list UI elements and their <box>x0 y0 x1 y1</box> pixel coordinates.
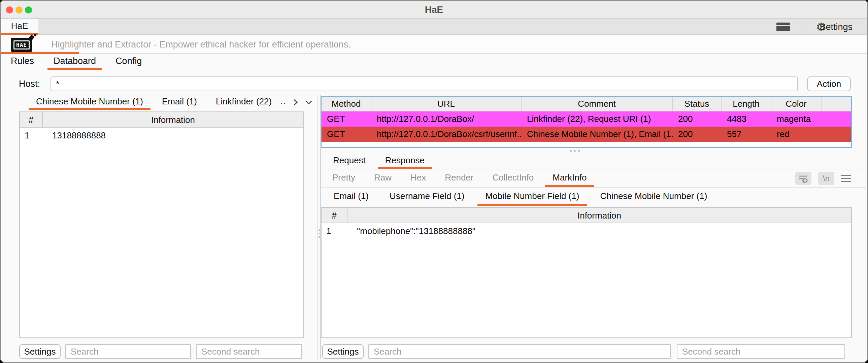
col-header-spacer <box>822 97 851 111</box>
dock-window-icon[interactable] <box>776 23 790 32</box>
col-header-length[interactable]: Length <box>721 97 771 111</box>
editor-menu-icon[interactable] <box>841 175 851 182</box>
tab-render[interactable]: Render <box>437 170 481 187</box>
newline-toggle-icon[interactable]: \n <box>818 172 834 185</box>
vertical-splitter[interactable] <box>317 95 321 359</box>
table-header: # Information <box>321 208 851 223</box>
col-header-url[interactable]: URL <box>371 97 522 111</box>
tab-response[interactable]: Response <box>378 154 432 169</box>
tab-linkfinder[interactable]: Linkfinder (22) <box>209 95 279 110</box>
table-row[interactable]: GET http://127.0.0.1/DoraBox/csrf/userin… <box>321 127 851 142</box>
banner: HAE Highlighter and Extractor - Empower … <box>1 35 867 54</box>
tab-config[interactable]: Config <box>110 54 148 70</box>
hae-logo-icon: HAE <box>11 38 32 52</box>
table-header: # Information <box>20 112 303 128</box>
pencil-tip-icon <box>34 34 36 36</box>
tab-databoard[interactable]: Databoard <box>48 54 102 70</box>
request-response-tabs: Request Response <box>321 154 866 170</box>
main-nav-tabs: Rules Databoard Config <box>5 54 867 70</box>
col-header-information[interactable]: Information <box>43 112 303 128</box>
tab-rules[interactable]: Rules <box>5 54 40 70</box>
table-row[interactable]: 1 13188888888 <box>20 128 303 143</box>
markinfo-table: # Information 1 "mobilephone":"131888888… <box>321 207 852 338</box>
markinfo-tabs: Email (1) Username Field (1) Mobile Numb… <box>321 188 866 206</box>
tab-hae-plugin[interactable]: HaE <box>1 19 38 35</box>
divider <box>805 22 805 32</box>
tab-markinfo[interactable]: MarkInfo <box>545 170 594 187</box>
left-second-search-input[interactable] <box>196 344 302 359</box>
requests-table: Method URL Comment Status Length Color G… <box>321 96 852 148</box>
chevron-right-icon[interactable] <box>291 98 300 107</box>
col-header-method[interactable]: Method <box>321 97 371 111</box>
horizontal-splitter-grip-icon[interactable] <box>570 150 580 152</box>
editor-view-tabs: Pretty Raw Hex Render CollectInfo MarkIn… <box>321 170 866 187</box>
tab-username-field[interactable]: Username Field (1) <box>381 188 473 206</box>
plugin-tab-strip: HaE ⚙ Settings <box>1 19 867 35</box>
left-results-table: # Information 1 13188888888 <box>19 112 304 338</box>
left-data-tabs: Chinese Mobile Number (1) Email (1) Link… <box>29 95 283 110</box>
tab-request[interactable]: Request <box>326 154 373 169</box>
col-header-comment[interactable]: Comment <box>522 97 673 111</box>
overflow-dots: .. <box>280 96 286 107</box>
titlebar: HaE <box>1 1 867 19</box>
pencil-icon <box>29 35 35 40</box>
banner-subtitle: Highlighter and Extractor - Empower ethi… <box>51 35 350 54</box>
col-header-information[interactable]: Information <box>347 208 851 223</box>
table-row[interactable]: 1 "mobilephone":"13188888888" <box>321 223 851 239</box>
table-row[interactable]: GET http://127.0.0.1/DoraBox/ Linkfinder… <box>321 112 851 127</box>
left-settings-button[interactable]: Settings <box>19 344 61 359</box>
editor-toolbar: \n <box>795 172 866 185</box>
col-header-num[interactable]: # <box>321 208 347 223</box>
left-search-input[interactable] <box>65 344 191 359</box>
right-settings-button[interactable]: Settings <box>322 344 364 359</box>
tab-hex[interactable]: Hex <box>403 170 433 187</box>
tab-email[interactable]: Email (1) <box>155 95 205 110</box>
tab-pretty[interactable]: Pretty <box>325 170 363 187</box>
requests-table-header: Method URL Comment Status Length Color <box>321 97 851 112</box>
tab-raw[interactable]: Raw <box>367 170 399 187</box>
host-label: Host: <box>19 76 40 92</box>
col-header-status[interactable]: Status <box>673 97 721 111</box>
tab-chinese-mobile-number[interactable]: Chinese Mobile Number (1) <box>29 95 151 110</box>
left-tabs-overflow: .. <box>280 95 313 110</box>
action-button[interactable]: Action <box>807 77 851 91</box>
right-search-input[interactable] <box>368 344 671 359</box>
right-second-search-input[interactable] <box>677 344 845 359</box>
tab-chinese-mobile-number-field[interactable]: Chinese Mobile Number (1) <box>592 188 715 206</box>
screenshot-stage: HaE HaE ⚙ Settings HAE Highlighter and E… <box>0 0 868 363</box>
word-wrap-icon[interactable] <box>795 172 811 185</box>
splitter-grip-icon <box>318 229 320 238</box>
host-input[interactable] <box>51 77 798 91</box>
tab-email-field[interactable]: Email (1) <box>326 188 377 206</box>
settings-menu-label[interactable]: Settings <box>819 19 852 35</box>
chevron-down-icon[interactable] <box>304 98 313 107</box>
col-header-num[interactable]: # <box>20 112 43 128</box>
tab-mobile-number-field[interactable]: Mobile Number Field (1) <box>477 188 588 206</box>
col-header-color[interactable]: Color <box>771 97 822 111</box>
hae-window: HaE HaE ⚙ Settings HAE Highlighter and E… <box>0 0 868 363</box>
tab-collectinfo[interactable]: CollectInfo <box>485 170 541 187</box>
window-title: HaE <box>1 1 867 19</box>
